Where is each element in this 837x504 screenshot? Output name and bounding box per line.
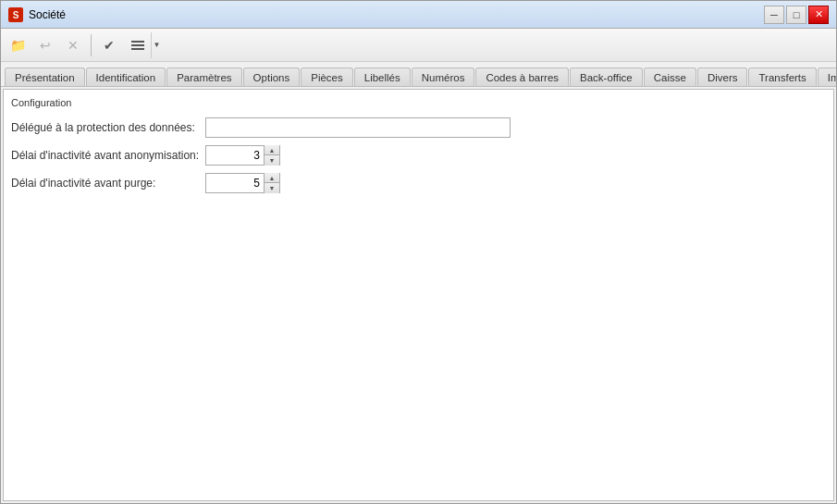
minimize-button[interactable]: ─: [764, 6, 784, 24]
window-controls: ─ □ ✕: [764, 6, 829, 24]
main-window: S Société ─ □ ✕ 📁 ↩ ✕ ✔ ▼: [0, 0, 837, 504]
tab-divers[interactable]: Divers: [697, 68, 748, 87]
tab-presentation[interactable]: Présentation: [5, 68, 85, 87]
window-title: Société: [29, 8, 66, 21]
titlebar: S Société ─ □ ✕: [1, 1, 836, 29]
delai-anonymisation-row: Délai d'inactivité avant anonymisation: …: [11, 145, 826, 166]
delai-anonymisation-up[interactable]: ▲: [265, 145, 279, 155]
dropdown-arrow-icon: ▼: [151, 32, 162, 58]
delai-purge-down[interactable]: ▼: [265, 183, 279, 193]
tab-codes-barres[interactable]: Codes à barres: [475, 68, 569, 87]
tab-transferts[interactable]: Transferts: [748, 68, 816, 87]
tab-impressions[interactable]: Impressions: [818, 68, 836, 87]
content-area: Configuration Délégué à la protection de…: [3, 89, 834, 501]
tab-pieces[interactable]: Pièces: [301, 68, 353, 87]
delai-anonymisation-label: Délai d'inactivité avant anonymisation:: [11, 149, 205, 162]
tab-options[interactable]: Options: [243, 68, 301, 87]
titlebar-left: S Société: [8, 7, 66, 22]
delai-purge-arrows: ▲ ▼: [264, 173, 279, 193]
maximize-button[interactable]: □: [786, 6, 806, 24]
tab-back-office[interactable]: Back-office: [570, 68, 643, 87]
toolbar: 📁 ↩ ✕ ✔ ▼: [1, 29, 836, 62]
delegue-label: Délégué à la protection des données:: [11, 121, 205, 134]
delai-anonymisation-down[interactable]: ▼: [265, 155, 279, 166]
app-icon: S: [8, 7, 23, 22]
tabs-container: Présentation Identification Paramètres O…: [1, 62, 836, 87]
folder-button[interactable]: 📁: [5, 32, 31, 58]
delai-anonymisation-spinner: ▲ ▼: [205, 145, 280, 166]
svg-rect-4: [131, 48, 144, 50]
delai-anonymisation-input[interactable]: [206, 145, 264, 166]
svg-text:S: S: [13, 10, 19, 20]
tab-caisse[interactable]: Caisse: [644, 68, 696, 87]
delai-purge-spinner: ▲ ▼: [205, 173, 280, 193]
section-title: Configuration: [11, 97, 826, 108]
delegue-input[interactable]: [205, 117, 511, 138]
close-button[interactable]: ✕: [808, 6, 829, 24]
delai-purge-row: Délai d'inactivité avant purge: ▲ ▼: [11, 173, 826, 193]
tab-numeros[interactable]: Numéros: [412, 68, 475, 87]
check-button[interactable]: ✔: [96, 32, 122, 58]
svg-rect-2: [131, 41, 144, 43]
dropdown-icon: [125, 32, 151, 58]
back-button[interactable]: ↩: [32, 32, 58, 58]
tab-parametres[interactable]: Paramètres: [166, 68, 241, 87]
delai-purge-input[interactable]: [206, 173, 264, 193]
svg-rect-3: [131, 44, 144, 46]
delete-button[interactable]: ✕: [60, 32, 86, 58]
tab-identification[interactable]: Identification: [86, 68, 166, 87]
toolbar-separator: [91, 34, 92, 56]
delai-purge-label: Délai d'inactivité avant purge:: [11, 177, 205, 190]
delai-anonymisation-arrows: ▲ ▼: [264, 145, 279, 166]
dropdown-button[interactable]: ▼: [124, 31, 163, 59]
delegue-row: Délégué à la protection des données:: [11, 117, 826, 138]
tab-libelles[interactable]: Libellés: [354, 68, 411, 87]
delai-purge-up[interactable]: ▲: [265, 173, 279, 183]
